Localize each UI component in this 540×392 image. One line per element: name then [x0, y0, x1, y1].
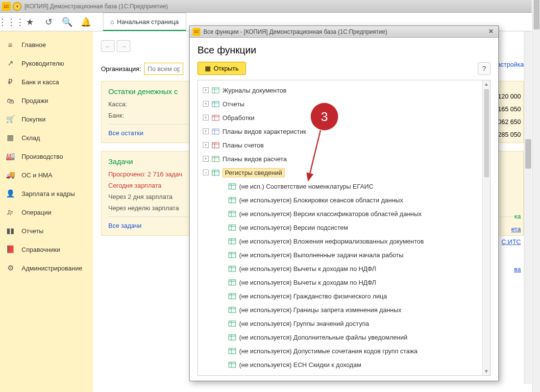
- tree-child-node[interactable]: (не используется) Версии подсистем: [200, 220, 488, 234]
- search-icon[interactable]: 🔍: [60, 15, 74, 29]
- tree-child-node[interactable]: (не используется) Дополнительные файлы у…: [200, 330, 488, 344]
- tree-child-node[interactable]: (не исп.) Соответствие номенклатуры ЕГАИ…: [200, 179, 488, 193]
- tree-child-node[interactable]: (не используется) ЕСН Скидки к доходам: [200, 358, 488, 371]
- scrollbar-thumb[interactable]: [484, 89, 489, 177]
- expand-icon[interactable]: +: [203, 101, 209, 107]
- expand-icon[interactable]: +: [203, 115, 209, 121]
- svg-rect-33: [229, 239, 236, 244]
- sidebar-item-production[interactable]: 🏭Производство: [0, 147, 93, 166]
- sidebar-item-reports[interactable]: ▮▮Отчеты: [0, 221, 93, 240]
- sidebar-item-assets[interactable]: 🚚ОС и НМА: [0, 166, 93, 184]
- nav-back-button[interactable]: ←: [101, 40, 115, 52]
- link-fragment[interactable]: ва: [514, 266, 521, 273]
- apps-icon[interactable]: ⋮⋮⋮: [4, 15, 19, 29]
- tree-child-node[interactable]: (не используется) Вычеты к доходам по НД…: [200, 262, 488, 275]
- tree-view: +Журналы документов+Отчеты+Обработки+Пла…: [197, 80, 491, 376]
- tree-node[interactable]: +Планы видов расчета: [200, 152, 488, 166]
- svg-rect-42: [229, 280, 236, 285]
- open-button[interactable]: ▦ Открыть: [197, 62, 246, 75]
- expand-icon[interactable]: +: [203, 156, 209, 162]
- sidebar-item-purchases[interactable]: 🛒Покупки: [0, 110, 93, 128]
- svg-rect-60: [229, 362, 236, 368]
- tree-node[interactable]: +Журналы документов: [200, 83, 488, 97]
- dropdown-icon[interactable]: ▾: [13, 2, 22, 11]
- close-icon[interactable]: ✕: [487, 28, 495, 36]
- tree-icon: [228, 361, 236, 368]
- sidebar-item-admin[interactable]: ⚙Администрирование: [0, 259, 93, 277]
- svg-rect-45: [229, 294, 236, 299]
- tree-icon: [212, 87, 220, 94]
- svg-rect-48: [229, 307, 236, 313]
- org-input[interactable]: [144, 63, 183, 75]
- tree-label: Регистры сведений: [222, 168, 285, 177]
- tree-child-node[interactable]: (не используется) Вычеты к доходам по НД…: [200, 275, 488, 289]
- history-icon[interactable]: ↺: [41, 15, 56, 29]
- truck-icon: 🚚: [6, 171, 15, 179]
- tree-child-node[interactable]: (не используется) Группы значений доступ…: [200, 317, 488, 330]
- expand-icon[interactable]: +: [203, 87, 209, 93]
- ruble-icon: ₽: [6, 77, 15, 86]
- tree-child-node[interactable]: (не используется) Гражданство физическог…: [200, 289, 488, 303]
- tree-child-node[interactable]: (не используется) Допустимые сочетания к…: [200, 344, 488, 358]
- sidebar-item-stock[interactable]: ▦Склад: [0, 128, 93, 147]
- bag-icon: 🛍: [6, 97, 15, 105]
- right-links: ка ета С:ИТС ва: [501, 213, 521, 278]
- tree-child-node[interactable]: (не используется) Версии классификаторов…: [200, 207, 488, 220]
- scroll-up-icon[interactable]: ▲: [483, 80, 490, 88]
- content-scrollbar[interactable]: [524, 31, 532, 384]
- sidebar-item-ops[interactable]: ДтОперации: [0, 203, 93, 221]
- tree-icon: [228, 306, 236, 313]
- link-fragment[interactable]: ета: [511, 225, 521, 233]
- sidebar-item-bank[interactable]: ₽Банк и касса: [0, 73, 93, 91]
- tree-node[interactable]: +Обработки: [200, 111, 488, 124]
- svg-rect-57: [229, 348, 236, 354]
- sidebar-item-label: Операции: [22, 209, 51, 216]
- svg-rect-24: [229, 197, 236, 203]
- nav-forward-button[interactable]: →: [117, 40, 130, 52]
- help-button[interactable]: ?: [478, 62, 491, 75]
- svg-rect-21: [229, 184, 236, 189]
- all-balances-link[interactable]: Все остатки: [108, 129, 143, 137]
- tab-home[interactable]: ⌂ Начальная страница: [103, 13, 186, 31]
- page-scrollbar[interactable]: [532, 0, 540, 392]
- tree-label: Журналы документов: [222, 87, 287, 94]
- tree-icon: [228, 224, 236, 231]
- scrollbar-thumb[interactable]: [534, 0, 540, 29]
- tree-label: Отчеты: [222, 100, 245, 108]
- tree-icon: [212, 169, 220, 176]
- value: 165 050: [498, 103, 521, 116]
- scroll-down-icon[interactable]: ▼: [483, 368, 490, 375]
- sidebar-item-refs[interactable]: 📕Справочники: [0, 240, 93, 259]
- tree-node[interactable]: +Отчеты: [200, 97, 488, 111]
- tree-label: (не используется) Вычеты к доходам по НД…: [239, 279, 376, 286]
- tree-label: (не используется) Вложения неформализова…: [239, 238, 424, 245]
- scrollbar-thumb[interactable]: [525, 139, 531, 169]
- expand-icon[interactable]: +: [203, 142, 209, 148]
- value: 062 650: [498, 116, 521, 128]
- value: 285 050: [498, 128, 521, 141]
- sidebar-item-manager[interactable]: ↗Руководителю: [0, 54, 93, 73]
- tree-node[interactable]: +Планы счетов: [200, 138, 488, 152]
- tree-child-node[interactable]: (не используется) Блокировки сеансов обл…: [200, 193, 488, 207]
- app-icon: 1C: [193, 28, 200, 36]
- tab-home-label: Начальная страница: [117, 18, 179, 25]
- tree-scrollbar[interactable]: ▲ ▼: [482, 80, 490, 375]
- svg-rect-3: [212, 101, 219, 107]
- tree-node[interactable]: +Планы видов характеристик: [200, 124, 488, 138]
- tree-child-node[interactable]: (не используется) Вложения неформализова…: [200, 234, 488, 248]
- tree-child-node[interactable]: (не используется) Границы запрета измене…: [200, 303, 488, 317]
- sidebar-item-hr[interactable]: 👤Зарплата и кадры: [0, 184, 93, 203]
- sidebar-item-main[interactable]: ≡Главное: [0, 35, 93, 54]
- all-tasks-link[interactable]: Все задачи: [108, 222, 142, 229]
- star-icon[interactable]: ★: [23, 15, 37, 29]
- bell-icon[interactable]: 🔔: [78, 15, 93, 29]
- expand-icon[interactable]: +: [203, 128, 209, 134]
- link-fragment[interactable]: С:ИТС: [501, 238, 521, 245]
- tree-label: (не используется) Группы значений доступ…: [239, 320, 369, 327]
- tree-child-node[interactable]: (не используется) Выполненные задачи нач…: [200, 248, 488, 262]
- tree-node-selected[interactable]: −Регистры сведений: [200, 166, 488, 179]
- tree-icon: [228, 347, 236, 354]
- sidebar-item-sales[interactable]: 🛍Продажи: [0, 91, 93, 110]
- window-title: [КОПИЯ] Демонстрационная база (1С:Предпр…: [25, 3, 530, 10]
- collapse-icon[interactable]: −: [203, 170, 209, 175]
